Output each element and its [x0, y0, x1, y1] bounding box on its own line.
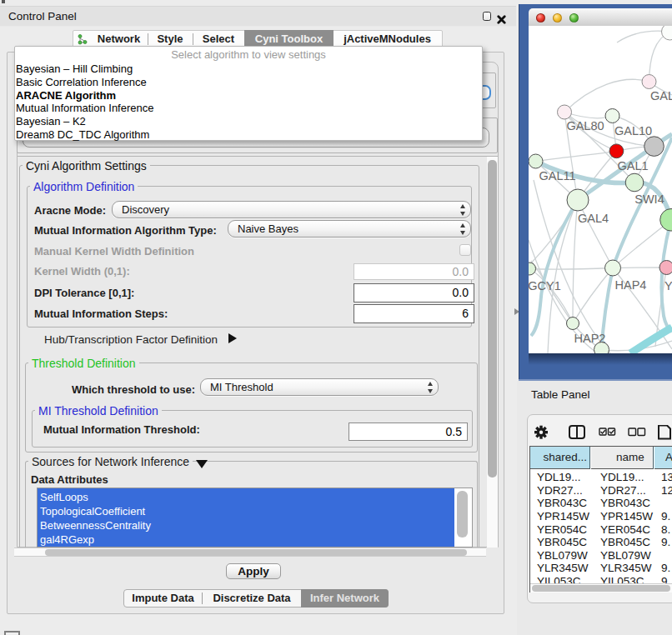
- svg-text:HAP2: HAP2: [574, 332, 606, 345]
- svg-text:GAL10: GAL10: [614, 124, 652, 138]
- svg-text:GAL1: GAL1: [617, 159, 648, 172]
- svg-text:GAL7: GAL7: [650, 89, 672, 102]
- svg-text:SWI4: SWI4: [634, 192, 664, 206]
- svg-text:GAL11: GAL11: [539, 169, 575, 182]
- svg-text:GAL80: GAL80: [566, 119, 604, 132]
- svg-text:Y: Y: [664, 279, 672, 292]
- svg-text:HAP4: HAP4: [615, 278, 647, 292]
- svg-text:GAL4: GAL4: [578, 212, 609, 225]
- svg-text:GCY1: GCY1: [529, 279, 561, 292]
